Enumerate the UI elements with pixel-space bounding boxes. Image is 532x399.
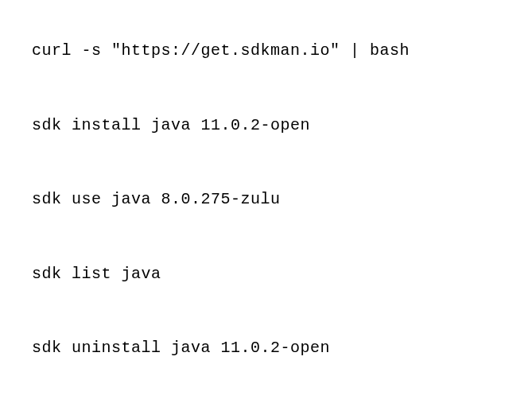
command-line: sdk list java — [32, 263, 500, 285]
command-line: curl -s "https://get.sdkman.io" | bash — [32, 40, 500, 62]
command-line: sdk use java 8.0.275-zulu — [32, 188, 500, 211]
command-line: sdk install java 11.0.2-open — [32, 114, 500, 137]
command-line: sdk uninstall java 11.0.2-open — [32, 337, 500, 359]
